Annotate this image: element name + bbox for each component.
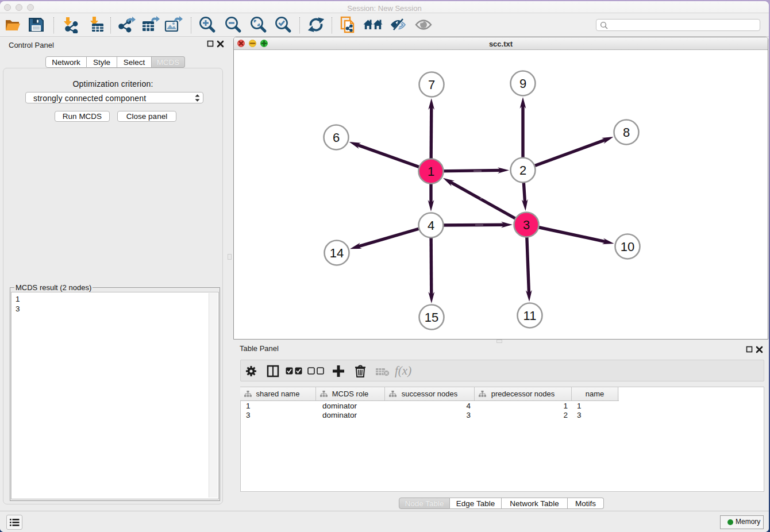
svg-text:2: 2 (519, 163, 526, 178)
svg-text:15: 15 (425, 310, 438, 325)
svg-text:10: 10 (621, 240, 634, 254)
svg-text:7: 7 (428, 78, 435, 92)
svg-text:4: 4 (428, 218, 434, 233)
svg-text:1: 1 (428, 164, 434, 179)
svg-text:6: 6 (333, 130, 340, 145)
svg-text:8: 8 (623, 125, 630, 140)
svg-text:14: 14 (330, 246, 344, 260)
svg-text:11: 11 (523, 309, 537, 323)
svg-text:3: 3 (523, 218, 530, 232)
svg-text:9: 9 (519, 76, 526, 91)
